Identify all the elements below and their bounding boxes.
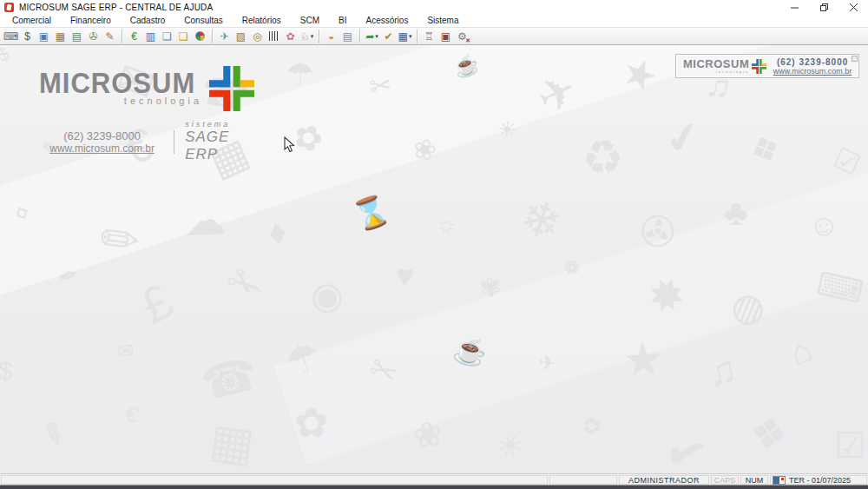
calculator-book-icon[interactable]: ▦▾	[398, 29, 412, 43]
rabbit-icon[interactable]: ♘▾	[299, 29, 314, 43]
globe-icon[interactable]	[193, 29, 207, 43]
titlebar: MICROSUM SAGE ERP - CENTRAL DE AJUDA	[0, 0, 868, 14]
dove-icon[interactable]: ✈	[217, 29, 232, 43]
plus-logo-icon	[209, 66, 254, 111]
watermark-glyph: ❄	[514, 191, 568, 250]
watermark-glyph: ✔	[659, 425, 712, 473]
menu-financeiro[interactable]: Financeiro	[61, 16, 121, 25]
system-name: SAGE ERP	[185, 129, 265, 163]
watermark-glyph: ❖	[746, 411, 791, 459]
infobox-phone: (62) 3239-8000	[772, 57, 853, 67]
watermark-glyph: ◍	[727, 283, 772, 331]
status-date: TER - 01/07/2025	[770, 475, 867, 485]
dropdown-arrow-icon[interactable]: ▾	[311, 33, 314, 40]
dropdown-arrow-icon[interactable]: ▾	[375, 33, 378, 40]
window-title: MICROSUM SAGE ERP - CENTRAL DE AJUDA	[19, 3, 213, 12]
forward-arrow-icon[interactable]: ➦▾	[365, 29, 379, 43]
infobox-corner-button[interactable]	[852, 56, 858, 62]
infobox-website-link[interactable]: www.microsum.com.br	[772, 67, 853, 76]
brand-phone: (62) 3239-8000	[39, 129, 165, 142]
maximize-button[interactable]	[809, 0, 838, 14]
cabinet-icon[interactable]: ▤	[69, 29, 84, 43]
notepad-icon[interactable]: ✎	[102, 29, 117, 43]
menu-consultas[interactable]: Consultas	[174, 16, 232, 25]
brand-website-link[interactable]: www.microsum.com.br	[39, 142, 165, 155]
barcode-icon	[269, 31, 279, 41]
pos-terminal-icon[interactable]: ⌨	[3, 29, 18, 43]
menu-scm[interactable]: SCM	[291, 16, 329, 25]
watermark-glyph: ✈	[537, 352, 557, 374]
infobox-brand-name: MICROSUM	[683, 59, 749, 69]
leaf-money-icon[interactable]: €	[127, 29, 141, 43]
watermark-glyph: ✈	[530, 65, 584, 122]
watermark-glyph: ✾	[478, 274, 503, 302]
search-price-icon[interactable]: ◎	[250, 29, 265, 43]
watermark-glyph: ❖	[745, 128, 786, 172]
watermark-glyph: ♦	[265, 213, 289, 251]
status-user: ADMINISTRADOR	[619, 475, 709, 485]
watermark-glyph: ☕	[451, 334, 490, 369]
watermark-glyph: ☂	[279, 334, 327, 384]
main-area: $✉☎☂✂☕✈★♫⌂✎€▦✿❀☀♻✔❖☑¤✏☁♦⌛☼❄✇♣☺✒£✁◉♥✾❁✸◍⌨…	[0, 45, 868, 473]
watermark-glyph: ★	[616, 50, 663, 98]
watermark-glyph: ☺	[806, 207, 841, 241]
watermark-glyph: ☎	[197, 350, 262, 407]
watermark-glyph: ☼	[432, 209, 462, 240]
box-icon[interactable]: ▧	[233, 29, 248, 43]
status-empty-panel	[549, 475, 617, 485]
watermark-glyph: ✉	[116, 340, 135, 362]
brand-logo: MICROSUM tecnologia (62) 3239-8000 www.m…	[39, 71, 265, 163]
flowers-icon[interactable]: ✿	[283, 29, 298, 43]
money-bag-icon[interactable]: $	[20, 29, 35, 43]
monitor-alert-icon[interactable]: ▣	[438, 29, 453, 43]
pc-sale-icon[interactable]: ▣	[36, 29, 51, 43]
scale-device-icon[interactable]: ✇	[86, 29, 101, 43]
watermark-glyph: ✂	[365, 350, 404, 392]
menu-bi[interactable]: BI	[329, 16, 356, 25]
menu-comercial[interactable]: Comercial	[3, 16, 61, 25]
menu-cadastro[interactable]: Cadastro	[121, 16, 175, 25]
close-button[interactable]	[838, 0, 868, 14]
toolbar-separator	[122, 30, 122, 43]
caps-indicator: CAPS	[711, 475, 739, 485]
watermark-glyph: ❁	[562, 257, 582, 280]
statusbar: ADMINISTRADOR CAPS NUM TER - 01/07/2025	[0, 473, 868, 485]
system-label: sistema	[185, 120, 265, 129]
barcode-icon[interactable]	[266, 29, 281, 43]
gear-remove-icon[interactable]: ⚙✕	[455, 29, 470, 43]
watermark-glyph: ☀	[496, 118, 518, 142]
watermark-glyph: ❀	[411, 414, 445, 453]
watermark-glyph: ♫	[703, 348, 740, 393]
chart-icon[interactable]: ▥	[143, 29, 158, 43]
watermark-glyph: ⌂	[786, 332, 817, 371]
basket-icon[interactable]: ◒	[324, 29, 339, 43]
globe-icon	[195, 31, 205, 41]
watermark-glyph: ☑	[834, 428, 866, 465]
menu-acessórios[interactable]: Acessórios	[356, 16, 418, 25]
watermark-glyph: ♻	[577, 412, 606, 441]
watermark-glyph: £	[134, 275, 181, 332]
minimize-icon	[791, 3, 799, 11]
menu-sistema[interactable]: Sistema	[418, 16, 468, 25]
watermark-glyph: ✇	[636, 208, 678, 256]
brand-name: MICROSUM	[39, 70, 202, 98]
menubar: ComercialFinanceiroCadastroConsultasRela…	[0, 14, 868, 27]
package-icon[interactable]: ▦	[53, 29, 68, 43]
freight-icon[interactable]: ♖	[422, 29, 437, 43]
money-transfer-icon[interactable]: ❑	[176, 29, 191, 43]
plus-logo-icon	[752, 59, 766, 74]
bottom-strip	[0, 485, 868, 489]
watermark-glyph: $	[0, 357, 14, 384]
close-icon	[850, 3, 858, 11]
watermark-glyph: ♥	[395, 261, 415, 293]
copy-documents-icon[interactable]: ❏	[160, 29, 174, 43]
dropdown-arrow-icon[interactable]: ▾	[409, 33, 412, 40]
edit-check-icon[interactable]: ✔	[381, 29, 396, 43]
watermark-glyph: ✔	[661, 114, 704, 162]
watermark-glyph: ☂	[286, 58, 315, 91]
menu-relatórios[interactable]: Relatórios	[233, 16, 291, 25]
minimize-button[interactable]	[779, 0, 809, 14]
watermark-glyph: ☑	[829, 142, 865, 179]
clipboard-icon[interactable]: ▤	[340, 29, 355, 43]
watermark-glyph: ✿	[289, 116, 328, 159]
